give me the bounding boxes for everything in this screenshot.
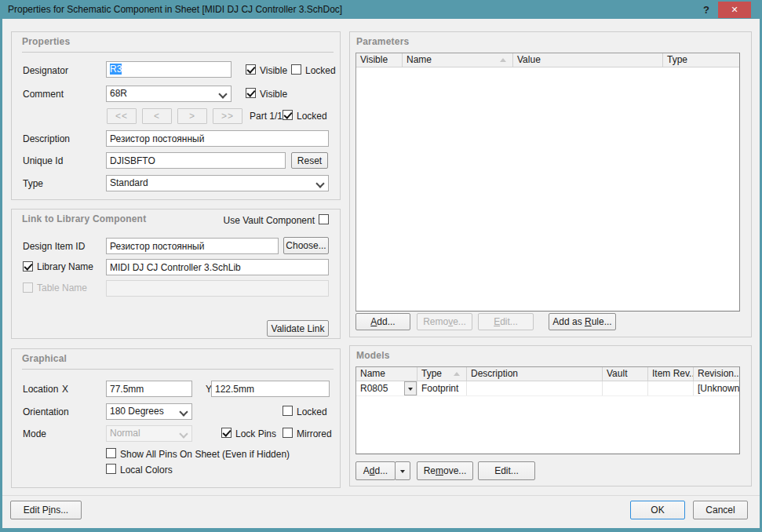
library-name-input[interactable] (106, 259, 329, 275)
label-pre: A (363, 465, 370, 476)
column-label: Visible (360, 54, 388, 65)
orientation-label: Orientation (23, 406, 69, 417)
designator-input[interactable]: R3 (106, 61, 232, 78)
link-group-header: Link to Library Component (22, 213, 146, 224)
mode-select[interactable]: Normal (106, 425, 192, 442)
validate-link-button[interactable]: Validate Link (267, 320, 329, 337)
comment-visible-checkbox[interactable] (246, 88, 256, 98)
model-row[interactable]: R0805 Footprint [Unknown] (356, 381, 739, 396)
models-table-header: Name Type Description Vault Item Rev... … (356, 367, 739, 381)
table-name-checkbox[interactable] (23, 282, 33, 293)
column-header-type[interactable]: Type (663, 53, 739, 67)
part-locked-checkbox[interactable] (283, 110, 293, 120)
graphical-locked-checkbox[interactable] (283, 406, 293, 416)
library-name-label: Library Name (37, 261, 93, 272)
first-part-button[interactable]: << (107, 108, 137, 124)
link-to-library-group: Link to Library Component Use Vault Comp… (11, 209, 341, 339)
edit-model-button[interactable]: Edit... (478, 461, 535, 480)
design-item-id-label: Design Item ID (23, 241, 85, 252)
designator-locked-checkbox[interactable] (291, 64, 301, 75)
designator-visible-checkbox[interactable] (246, 64, 256, 75)
edit-pins-button[interactable]: Edit Pins... (10, 501, 82, 519)
comment-select[interactable]: 68R (106, 86, 232, 102)
properties-group: Properties Designator R3 Visible Locked … (11, 31, 341, 200)
library-name-checkbox[interactable] (23, 261, 33, 271)
column-header-revision[interactable]: Revision... (694, 367, 739, 381)
column-label: Revision... (698, 368, 739, 379)
unique-id-input[interactable] (106, 152, 286, 169)
mirrored-checkbox[interactable] (283, 428, 293, 438)
description-label: Description (23, 133, 70, 144)
chevron-down-icon (317, 180, 323, 187)
local-colors-label: Local Colors (120, 465, 173, 476)
column-label: Name (407, 54, 432, 65)
add-parameter-button[interactable]: Add... (355, 313, 410, 330)
mirrored-label: Mirrored (297, 428, 332, 439)
add-model-dropdown-button[interactable] (395, 461, 410, 480)
remove-parameter-button[interactable]: Remove... (417, 313, 472, 330)
titlebar[interactable]: Properties for Schematic Component in Sh… (0, 0, 762, 19)
label-mnemonic: m (436, 465, 443, 476)
properties-group-header: Properties (22, 36, 70, 47)
column-header-vault[interactable]: Vault (603, 367, 648, 381)
column-label: Item Rev... (652, 368, 694, 379)
models-group-header: Models (356, 350, 390, 361)
next-part-button[interactable]: > (177, 108, 207, 124)
type-select[interactable]: Standard (106, 175, 329, 191)
sort-ascending-icon (500, 58, 506, 62)
add-model-button[interactable]: Add... (355, 461, 396, 480)
column-header-visible[interactable]: Visible (356, 53, 403, 67)
parameters-group: Parameters Visible Name Value Type Add..… (349, 31, 752, 337)
previous-part-button[interactable]: < (142, 108, 172, 124)
column-header-value[interactable]: Value (513, 53, 663, 67)
dropdown-arrow-icon[interactable] (404, 381, 417, 395)
local-colors-checkbox[interactable] (106, 464, 116, 474)
column-label: Vault (607, 368, 627, 379)
close-button[interactable]: ✕ (718, 2, 751, 18)
lock-pins-checkbox[interactable] (221, 428, 232, 438)
parameters-table-body[interactable] (356, 67, 739, 312)
column-header-name[interactable]: Name (403, 53, 513, 67)
location-x-input[interactable] (106, 381, 192, 397)
comment-visible-label: Visible (260, 89, 287, 100)
design-item-id-input[interactable] (106, 238, 279, 254)
edit-parameter-button[interactable]: Edit... (478, 313, 534, 330)
column-header-name[interactable]: Name (356, 367, 417, 381)
chevron-down-icon (220, 91, 226, 97)
cancel-button[interactable]: Cancel (693, 501, 748, 519)
sort-ascending-icon (454, 372, 460, 376)
close-icon: ✕ (731, 5, 738, 14)
help-button[interactable]: ? (699, 2, 713, 16)
label-post: d... (375, 465, 388, 476)
graphical-group: Graphical Location X Y Orientation 180 D… (11, 348, 341, 488)
header-divider (22, 369, 334, 370)
description-input[interactable] (106, 130, 329, 147)
location-label: Location (23, 384, 58, 395)
orientation-select[interactable]: 180 Degrees (106, 403, 192, 420)
reset-button[interactable]: Reset (291, 152, 328, 169)
column-header-type[interactable]: Type (417, 367, 467, 381)
chevron-down-icon (180, 431, 187, 437)
use-vault-checkbox[interactable] (319, 214, 329, 224)
table-name-input[interactable] (106, 280, 329, 297)
label-mnemonic: R (585, 316, 592, 327)
show-all-pins-checkbox[interactable] (106, 448, 116, 458)
column-header-item-revision[interactable]: Item Rev... (648, 367, 694, 381)
location-y-input[interactable] (211, 381, 330, 397)
graphical-group-header: Graphical (22, 353, 67, 364)
label-post: ove... (443, 465, 466, 476)
comment-value: 68R (110, 88, 127, 99)
column-header-description[interactable]: Description (467, 367, 603, 381)
remove-model-button[interactable]: Remove... (417, 461, 473, 480)
part-locked-label: Locked (297, 111, 327, 122)
label-pre: Add as (552, 316, 585, 327)
add-as-rule-button[interactable]: Add as Rule... (549, 313, 616, 330)
model-name-cell: R0805 (356, 381, 417, 395)
model-name-select[interactable]: R0805 (356, 381, 417, 395)
part-count-label: Part 1/1 (250, 111, 283, 122)
choose-button[interactable]: Choose... (283, 237, 329, 254)
designator-label: Designator (23, 65, 68, 76)
ok-button[interactable]: OK (630, 501, 685, 519)
column-label: Type (667, 54, 687, 65)
last-part-button[interactable]: >> (213, 108, 242, 124)
